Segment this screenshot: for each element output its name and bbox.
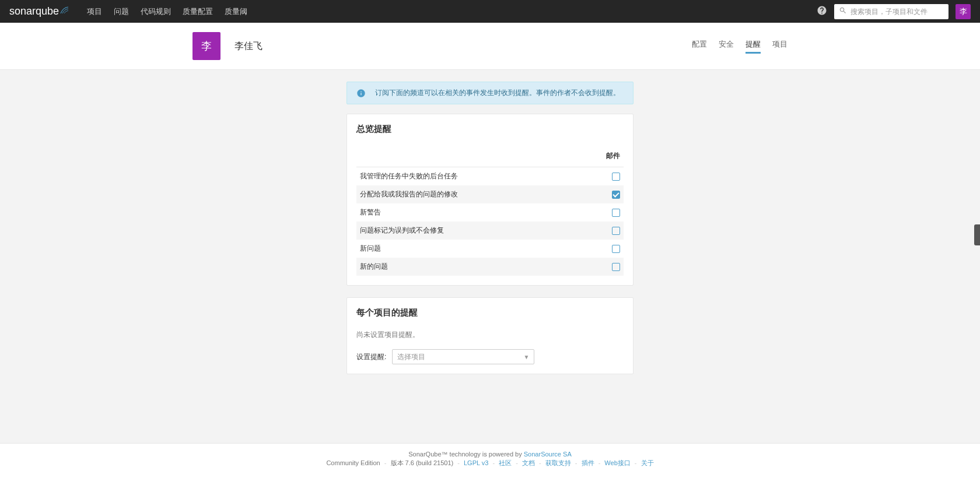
select-row: 设置提醒: 选择项目 ▼ xyxy=(356,349,624,364)
footer-sep: - xyxy=(575,459,578,466)
footer-sep: - xyxy=(635,459,637,466)
notif-label: 分配给我或我报告的问题的修改 xyxy=(356,185,589,203)
footer-link-api[interactable]: Web接口 xyxy=(604,459,630,466)
tab-notifications[interactable]: 提醒 xyxy=(746,39,761,54)
footer: SonarQube™ technology is powered by Sona… xyxy=(0,443,980,478)
right-drawer-handle[interactable] xyxy=(974,224,980,245)
logo-text-1: sonar xyxy=(9,5,36,17)
table-row: 我管理的任务中失败的后台任务 xyxy=(356,167,624,186)
project-select[interactable]: 选择项目 ▼ xyxy=(392,349,534,364)
info-banner: 订阅下面的频道可以在相关的事件发生时收到提醒。事件的作者不会收到提醒。 xyxy=(346,82,634,104)
footer-edition: Community Edition xyxy=(326,459,380,466)
profile-header: 李 李佳飞 配置 安全 提醒 项目 xyxy=(0,23,980,70)
footer-links: Community Edition - 版本 7.6 (build 21501)… xyxy=(0,459,980,468)
notif-checkbox[interactable] xyxy=(612,263,620,271)
notif-checkbox[interactable] xyxy=(612,245,620,253)
notif-label: 我管理的任务中失败的后台任务 xyxy=(356,167,589,186)
footer-link-plugins[interactable]: 插件 xyxy=(582,459,594,466)
footer-link-about[interactable]: 关于 xyxy=(641,459,654,466)
nav-item-rules[interactable]: 代码规则 xyxy=(135,0,177,23)
nav-item-quality-gates[interactable]: 质量阈 xyxy=(219,0,253,23)
info-icon xyxy=(356,89,366,98)
tab-security[interactable]: 安全 xyxy=(719,39,734,54)
per-project-title: 每个项目的提醒 xyxy=(356,307,624,318)
profile-tabs: 配置 安全 提醒 项目 xyxy=(692,39,788,54)
footer-sep: - xyxy=(598,459,601,466)
info-banner-text: 订阅下面的频道可以在相关的事件发生时收到提醒。事件的作者不会收到提醒。 xyxy=(375,88,620,98)
footer-sep: - xyxy=(516,459,518,466)
overview-title: 总览提醒 xyxy=(356,124,624,135)
table-row: 新警告 xyxy=(356,203,624,222)
per-project-empty: 尚未设置项目提醒。 xyxy=(356,330,624,340)
profile-name: 李佳飞 xyxy=(235,40,692,52)
search-box[interactable] xyxy=(834,4,949,19)
footer-sep: - xyxy=(457,459,460,466)
select-placeholder: 选择项目 xyxy=(397,352,425,362)
footer-link-community[interactable]: 社区 xyxy=(499,459,512,466)
select-label: 设置提醒: xyxy=(356,352,386,362)
footer-powered-by: SonarQube™ technology is powered by Sona… xyxy=(0,451,980,458)
user-avatar[interactable]: 李 xyxy=(956,4,971,19)
table-header-label xyxy=(356,146,589,167)
logo-text-2: qube xyxy=(36,5,59,17)
notif-label: 新警告 xyxy=(356,203,589,222)
logo-wave-icon xyxy=(60,5,69,17)
help-icon[interactable] xyxy=(817,5,827,17)
profile-avatar: 李 xyxy=(192,32,220,60)
table-header-email: 邮件 xyxy=(589,146,624,167)
footer-sonarsource-link[interactable]: SonarSource SA xyxy=(524,451,572,458)
footer-link-docs[interactable]: 文档 xyxy=(522,459,535,466)
top-nav: sonarqube 项目 问题 代码规则 质量配置 质量阈 李 xyxy=(0,0,980,23)
notif-checkbox[interactable] xyxy=(612,209,620,217)
nav-right: 李 xyxy=(817,4,971,19)
table-row: 分配给我或我报告的问题的修改 xyxy=(356,185,624,203)
notif-checkbox[interactable] xyxy=(612,191,620,199)
footer-sep: - xyxy=(492,459,495,466)
notif-checkbox[interactable] xyxy=(612,173,620,181)
table-row: 新的问题 xyxy=(356,258,624,276)
footer-license-link[interactable]: LGPL v3 xyxy=(464,459,488,466)
notif-label: 新的问题 xyxy=(356,258,589,276)
notif-label: 问题标记为误判或不会修复 xyxy=(356,222,589,240)
search-input[interactable] xyxy=(850,8,944,16)
footer-sep: - xyxy=(384,459,387,466)
footer-link-support[interactable]: 获取支持 xyxy=(545,459,571,466)
table-row: 问题标记为误判或不会修复 xyxy=(356,222,624,240)
tab-projects[interactable]: 项目 xyxy=(772,39,788,54)
notif-label: 新问题 xyxy=(356,240,589,258)
logo[interactable]: sonarqube xyxy=(9,5,69,17)
footer-version: 版本 7.6 (build 21501) xyxy=(391,459,454,466)
chevron-down-icon: ▼ xyxy=(523,354,529,360)
nav-item-projects[interactable]: 项目 xyxy=(81,0,108,23)
nav-item-quality-profiles[interactable]: 质量配置 xyxy=(177,0,219,23)
page-content: 订阅下面的频道可以在相关的事件发生时收到提醒。事件的作者不会收到提醒。 总览提醒… xyxy=(0,70,980,443)
per-project-panel: 每个项目的提醒 尚未设置项目提醒。 设置提醒: 选择项目 ▼ xyxy=(346,297,634,374)
nav-items: 项目 问题 代码规则 质量配置 质量阈 xyxy=(81,0,817,23)
overview-panel: 总览提醒 邮件 我管理的任务中失败的后台任务 分配给我或我报告的问题的修改 xyxy=(346,114,634,286)
notifications-table: 邮件 我管理的任务中失败的后台任务 分配给我或我报告的问题的修改 新警告 xyxy=(356,146,624,276)
footer-sep: - xyxy=(539,459,541,466)
tab-profile[interactable]: 配置 xyxy=(692,39,707,54)
search-icon xyxy=(839,6,850,16)
notif-checkbox[interactable] xyxy=(612,227,620,235)
table-row: 新问题 xyxy=(356,240,624,258)
nav-item-issues[interactable]: 问题 xyxy=(108,0,135,23)
footer-prefix: SonarQube™ technology is powered by xyxy=(408,451,524,458)
